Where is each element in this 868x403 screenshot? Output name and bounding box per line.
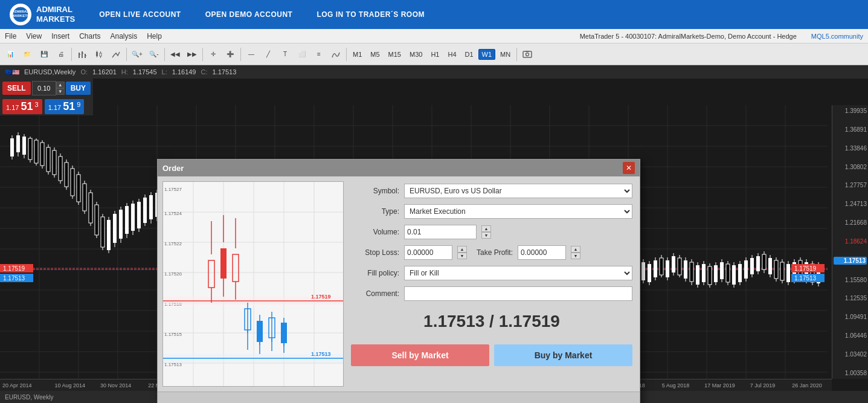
svg-rect-114 <box>654 260 657 277</box>
mql5-link[interactable]: MQL5.community <box>811 33 863 40</box>
tf-mn[interactable]: MN <box>497 49 514 60</box>
vol-down[interactable]: ▼ <box>56 88 65 95</box>
form-row-comment: Comment: <box>351 286 632 301</box>
sep4 <box>202 48 203 61</box>
svg-rect-146 <box>750 258 754 274</box>
time-tick-14: 5 Aug 2018 <box>662 382 690 388</box>
tp-up-btn[interactable]: ▲ <box>571 246 580 253</box>
new-chart-btn[interactable]: 📊 <box>2 47 18 62</box>
svg-rect-88 <box>107 220 111 250</box>
tf-m30[interactable]: M30 <box>406 49 426 60</box>
menu-charts[interactable]: Charts <box>79 32 100 40</box>
sl-spinner: ▲ ▼ <box>457 246 467 259</box>
line-btn[interactable]: ➕ <box>222 47 238 62</box>
volume-up-btn[interactable]: ▲ <box>481 225 491 232</box>
sell-button[interactable]: SELL <box>2 82 31 95</box>
form-row-volume: Volume: ▲ ▼ <box>351 225 632 239</box>
line-chart-btn[interactable] <box>108 47 124 62</box>
crosshair-btn[interactable]: ✛ <box>205 47 221 62</box>
svg-rect-158 <box>786 264 790 282</box>
hline-btn[interactable]: — <box>243 47 259 62</box>
screenshot-btn[interactable] <box>519 47 535 62</box>
order-dialog[interactable]: Order ✕ <box>157 159 640 403</box>
tp-down-btn[interactable]: ▼ <box>571 253 580 259</box>
preview-chart-svg: 1.17527 1.17524 1.17522 1.17520 1.17518 … <box>163 182 343 386</box>
menu-analysis[interactable]: Analysis <box>111 32 138 40</box>
sep7 <box>516 48 517 61</box>
sl-up-btn[interactable]: ▲ <box>457 246 467 253</box>
bar-chart-btn[interactable] <box>74 47 90 62</box>
vol-up[interactable]: ▲ <box>56 82 65 88</box>
comment-input[interactable] <box>404 286 632 301</box>
svg-rect-64 <box>34 140 38 163</box>
open-chart-btn[interactable]: 📁 <box>19 47 35 62</box>
svg-rect-100 <box>143 198 147 223</box>
svg-rect-221 <box>281 323 287 343</box>
svg-rect-70 <box>53 150 56 175</box>
open-live-link[interactable]: OPEN LIVE ACCOUNT <box>99 10 181 19</box>
take-profit-input[interactable] <box>518 245 566 260</box>
svg-rect-86 <box>101 217 104 247</box>
fill-policy-select[interactable]: Fill or Kill <box>404 266 632 280</box>
chart-area: 🇪🇺🇺🇸 EURUSD,Weekly O: 1.16201 H: 1.17545… <box>0 65 868 403</box>
ohlc-high: 1.17545 <box>133 68 157 76</box>
login-link[interactable]: LOG IN TO TRADER´S ROOM <box>317 10 425 19</box>
svg-rect-148 <box>756 256 760 271</box>
ohlc-open: 1.16201 <box>92 68 117 76</box>
candle-chart-btn[interactable] <box>91 47 107 62</box>
svg-rect-134 <box>714 265 718 282</box>
rect-btn[interactable]: ⬜ <box>294 47 310 62</box>
svg-rect-152 <box>768 258 772 274</box>
volume-arrows: ▲ ▼ <box>56 82 65 95</box>
top-nav: ADMIRAL MARKETS ADMIRAL MARKETS OPEN LIV… <box>0 0 868 29</box>
svg-text:1.17520: 1.17520 <box>164 271 182 277</box>
print-btn[interactable]: 🖨 <box>53 47 69 62</box>
scroll-left-btn[interactable]: ◀◀ <box>167 47 183 62</box>
svg-rect-82 <box>89 193 92 223</box>
tf-h1[interactable]: H1 <box>427 49 443 60</box>
svg-rect-128 <box>696 265 699 285</box>
volume-input[interactable] <box>32 81 56 95</box>
tf-w1[interactable]: W1 <box>478 49 496 60</box>
save-btn[interactable]: 💾 <box>36 47 52 62</box>
text-btn[interactable]: T <box>277 47 293 62</box>
tf-h4[interactable]: H4 <box>444 49 460 60</box>
sep2 <box>126 48 127 61</box>
tf-d1[interactable]: D1 <box>461 49 477 60</box>
symbol-name: EURUSD,Weekly <box>24 68 76 76</box>
sl-down-btn[interactable]: ▼ <box>457 253 467 259</box>
svg-text:1.17519: 1.17519 <box>311 294 331 300</box>
svg-text:1.17519: 1.17519 <box>3 265 25 272</box>
fib-btn[interactable]: ≡ <box>311 47 327 62</box>
buy-market-button[interactable]: Buy by Market <box>494 344 632 366</box>
svg-rect-154 <box>774 260 778 279</box>
menu-file[interactable]: File <box>5 32 16 40</box>
stop-loss-input[interactable] <box>404 245 452 260</box>
dialog-close-button[interactable]: ✕ <box>623 162 635 174</box>
trendline-btn[interactable]: ╱ <box>260 47 276 62</box>
scroll-right-btn[interactable]: ▶▶ <box>184 47 200 62</box>
ohlc-low-label: L: <box>162 68 167 76</box>
symbol-select[interactable]: EURUSD, Euro vs US Dollar <box>404 184 632 198</box>
symbol-flags: 🇪🇺🇺🇸 <box>5 69 19 76</box>
sell-market-button[interactable]: Sell by Market <box>351 344 489 366</box>
zoom-out-btn[interactable]: 🔍- <box>146 47 162 62</box>
tf-m1[interactable]: M1 <box>349 49 365 60</box>
tf-m5[interactable]: M5 <box>367 49 383 60</box>
time-tick-0: 20 Apr 2014 <box>2 382 32 388</box>
zoom-in-btn[interactable]: 🔍+ <box>129 47 145 62</box>
volume-control: ▲ ▼ <box>32 81 65 95</box>
indicator-btn[interactable] <box>328 47 344 62</box>
tf-m15[interactable]: M15 <box>385 49 405 60</box>
time-tick-1: 10 Aug 2014 <box>55 382 86 388</box>
open-demo-link[interactable]: OPEN DEMO ACCOUNT <box>205 10 293 19</box>
menu-help[interactable]: Help <box>147 32 162 40</box>
volume-field[interactable] <box>404 225 477 239</box>
price-tick-current: 1.17513 <box>834 257 867 265</box>
price-tick-9: 1.15580 <box>834 277 867 283</box>
menu-insert[interactable]: Insert <box>51 32 69 40</box>
buy-button[interactable]: BUY <box>66 82 91 95</box>
menu-view[interactable]: View <box>26 32 42 40</box>
type-select[interactable]: Market Execution <box>404 204 632 219</box>
volume-down-btn[interactable]: ▼ <box>481 232 491 239</box>
